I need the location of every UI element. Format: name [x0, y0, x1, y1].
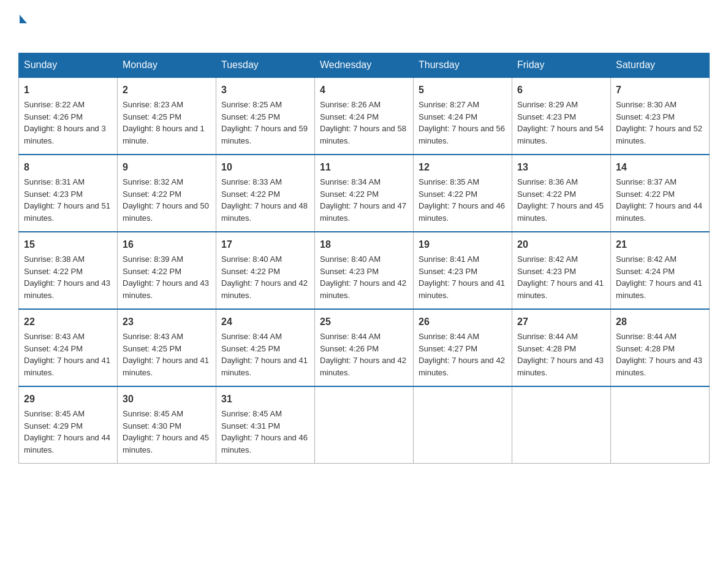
day-number: 19	[419, 237, 507, 252]
calendar-cell: 22Sunrise: 8:43 AMSunset: 4:24 PMDayligh…	[19, 309, 118, 386]
sunset-text: Sunset: 4:22 PM	[517, 188, 605, 201]
daylight-text: Daylight: 7 hours and 52 minutes.	[616, 123, 704, 147]
sunrise-text: Sunrise: 8:30 AM	[616, 99, 704, 111]
sunrise-text: Sunrise: 8:39 AM	[123, 253, 211, 266]
calendar-cell: 7Sunrise: 8:30 AMSunset: 4:23 PMDaylight…	[611, 77, 710, 155]
daylight-text: Daylight: 7 hours and 45 minutes.	[123, 432, 211, 456]
day-number: 22	[24, 315, 112, 329]
sunset-text: Sunset: 4:25 PM	[221, 111, 309, 123]
sunrise-text: Sunrise: 8:34 AM	[320, 176, 408, 188]
sunset-text: Sunset: 4:22 PM	[616, 188, 704, 201]
daylight-text: Daylight: 7 hours and 46 minutes.	[221, 432, 309, 456]
sunrise-text: Sunrise: 8:45 AM	[24, 408, 112, 420]
calendar-cell: 24Sunrise: 8:44 AMSunset: 4:25 PMDayligh…	[216, 309, 315, 386]
sunrise-text: Sunrise: 8:27 AM	[419, 99, 507, 111]
daylight-text: Daylight: 7 hours and 58 minutes.	[320, 123, 408, 147]
sunset-text: Sunset: 4:24 PM	[419, 111, 507, 123]
sunset-text: Sunset: 4:22 PM	[419, 188, 507, 201]
calendar-cell: 5Sunrise: 8:27 AMSunset: 4:24 PMDaylight…	[414, 77, 512, 155]
daylight-text: Daylight: 7 hours and 42 minutes.	[221, 277, 309, 301]
daylight-text: Daylight: 7 hours and 41 minutes.	[221, 354, 309, 378]
day-number: 28	[616, 315, 704, 329]
sunrise-text: Sunrise: 8:44 AM	[320, 331, 408, 343]
sunset-text: Sunset: 4:23 PM	[24, 188, 112, 201]
sunset-text: Sunset: 4:24 PM	[320, 111, 408, 123]
day-number: 8	[24, 160, 112, 175]
sunset-text: Sunset: 4:23 PM	[517, 111, 605, 123]
sunrise-text: Sunrise: 8:22 AM	[24, 99, 112, 111]
sunset-text: Sunset: 4:23 PM	[517, 266, 605, 278]
day-number: 3	[221, 83, 309, 98]
sunset-text: Sunset: 4:31 PM	[221, 420, 309, 432]
week-row-4: 22Sunrise: 8:43 AMSunset: 4:24 PMDayligh…	[19, 309, 710, 386]
sunrise-text: Sunrise: 8:35 AM	[419, 176, 507, 188]
daylight-text: Daylight: 7 hours and 41 minutes.	[123, 354, 211, 378]
calendar-cell: 12Sunrise: 8:35 AMSunset: 4:22 PMDayligh…	[414, 155, 512, 232]
day-number: 12	[419, 160, 507, 175]
sunrise-text: Sunrise: 8:40 AM	[221, 253, 309, 266]
sunrise-text: Sunrise: 8:23 AM	[123, 99, 211, 111]
day-number: 30	[123, 392, 211, 407]
calendar-cell: 30Sunrise: 8:45 AMSunset: 4:30 PMDayligh…	[118, 386, 216, 464]
calendar-cell: 31Sunrise: 8:45 AMSunset: 4:31 PMDayligh…	[216, 386, 315, 464]
sunrise-text: Sunrise: 8:26 AM	[320, 99, 408, 111]
sunset-text: Sunset: 4:23 PM	[320, 266, 408, 278]
sunset-text: Sunset: 4:25 PM	[123, 343, 211, 355]
column-header-sunday: Sunday	[19, 53, 118, 78]
daylight-text: Daylight: 7 hours and 50 minutes.	[123, 200, 211, 224]
daylight-text: Daylight: 7 hours and 41 minutes.	[517, 277, 605, 301]
sunrise-text: Sunrise: 8:38 AM	[24, 253, 112, 266]
daylight-text: Daylight: 7 hours and 44 minutes.	[24, 432, 112, 456]
day-number: 13	[517, 160, 605, 175]
sunset-text: Sunset: 4:26 PM	[320, 343, 408, 355]
sunrise-text: Sunrise: 8:25 AM	[221, 99, 309, 111]
daylight-text: Daylight: 7 hours and 41 minutes.	[24, 354, 112, 378]
calendar-cell: 21Sunrise: 8:42 AMSunset: 4:24 PMDayligh…	[611, 232, 710, 309]
day-number: 23	[123, 315, 211, 329]
daylight-text: Daylight: 8 hours and 1 minute.	[123, 123, 211, 147]
sunrise-text: Sunrise: 8:40 AM	[320, 253, 408, 266]
calendar-cell: 14Sunrise: 8:37 AMSunset: 4:22 PMDayligh…	[611, 155, 710, 232]
day-number: 17	[221, 237, 309, 252]
calendar-cell: 10Sunrise: 8:33 AMSunset: 4:22 PMDayligh…	[216, 155, 315, 232]
sunrise-text: Sunrise: 8:44 AM	[419, 331, 507, 343]
sunrise-text: Sunrise: 8:44 AM	[616, 331, 704, 343]
day-number: 5	[419, 83, 507, 98]
column-header-wednesday: Wednesday	[315, 53, 414, 78]
column-header-monday: Monday	[118, 53, 216, 78]
sunset-text: Sunset: 4:22 PM	[221, 188, 309, 201]
daylight-text: Daylight: 7 hours and 54 minutes.	[517, 123, 605, 147]
daylight-text: Daylight: 7 hours and 44 minutes.	[616, 200, 704, 224]
sunset-text: Sunset: 4:28 PM	[616, 343, 704, 355]
sunset-text: Sunset: 4:29 PM	[24, 420, 112, 432]
week-row-2: 8Sunrise: 8:31 AMSunset: 4:23 PMDaylight…	[19, 155, 710, 232]
daylight-text: Daylight: 7 hours and 46 minutes.	[419, 200, 507, 224]
daylight-text: Daylight: 7 hours and 41 minutes.	[616, 277, 704, 301]
day-number: 2	[123, 83, 211, 98]
calendar-cell: 13Sunrise: 8:36 AMSunset: 4:22 PMDayligh…	[512, 155, 611, 232]
sunset-text: Sunset: 4:23 PM	[616, 111, 704, 123]
day-number: 26	[419, 315, 507, 329]
day-number: 16	[123, 237, 211, 252]
sunrise-text: Sunrise: 8:36 AM	[517, 176, 605, 188]
logo-arrow-icon	[20, 15, 27, 23]
sunrise-text: Sunrise: 8:33 AM	[221, 176, 309, 188]
sunset-text: Sunset: 4:25 PM	[221, 343, 309, 355]
week-row-1: 1Sunrise: 8:22 AMSunset: 4:26 PMDaylight…	[19, 77, 710, 155]
calendar-cell: 20Sunrise: 8:42 AMSunset: 4:23 PMDayligh…	[512, 232, 611, 309]
sunrise-text: Sunrise: 8:32 AM	[123, 176, 211, 188]
calendar-cell: 28Sunrise: 8:44 AMSunset: 4:28 PMDayligh…	[611, 309, 710, 386]
column-header-thursday: Thursday	[414, 53, 512, 78]
day-number: 20	[517, 237, 605, 252]
sunset-text: Sunset: 4:27 PM	[419, 343, 507, 355]
page-header	[18, 12, 710, 42]
calendar-table: SundayMondayTuesdayWednesdayThursdayFrid…	[18, 53, 710, 464]
daylight-text: Daylight: 7 hours and 42 minutes.	[320, 354, 408, 378]
daylight-text: Daylight: 7 hours and 56 minutes.	[419, 123, 507, 147]
calendar-cell: 3Sunrise: 8:25 AMSunset: 4:25 PMDaylight…	[216, 77, 315, 155]
sunset-text: Sunset: 4:22 PM	[320, 188, 408, 201]
calendar-cell: 15Sunrise: 8:38 AMSunset: 4:22 PMDayligh…	[19, 232, 118, 309]
sunrise-text: Sunrise: 8:44 AM	[221, 331, 309, 343]
day-number: 21	[616, 237, 704, 252]
sunrise-text: Sunrise: 8:29 AM	[517, 99, 605, 111]
